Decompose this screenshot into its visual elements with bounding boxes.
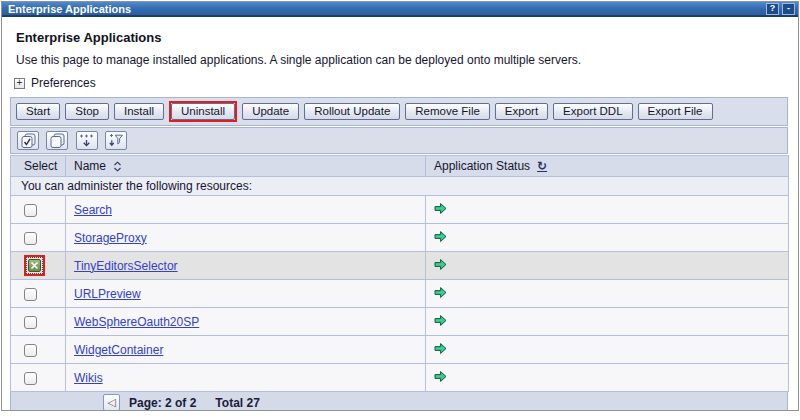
stop-button[interactable]: Stop (65, 103, 109, 120)
row-checkbox[interactable] (24, 288, 37, 301)
refresh-status-icon[interactable]: ↻ (537, 160, 547, 172)
application-link[interactable]: URLPreview (74, 287, 141, 301)
name-cell: URLPreview (66, 280, 426, 308)
status-cell (426, 280, 789, 308)
name-cell: StorageProxy (66, 224, 426, 252)
start-button[interactable]: Start (16, 103, 60, 120)
minimize-button[interactable]: - (782, 3, 795, 15)
status-cell (426, 364, 789, 392)
application-link[interactable]: StorageProxy (74, 231, 147, 245)
select-cell (11, 364, 66, 392)
select-cell (11, 252, 66, 280)
row-checkbox[interactable] (28, 259, 41, 272)
name-cell: Wikis (66, 364, 426, 392)
row-checkbox[interactable] (24, 204, 37, 217)
sort-icon[interactable] (113, 161, 122, 172)
name-cell: TinyEditorsSelector (66, 252, 426, 280)
preferences-label: Preferences (31, 76, 96, 90)
application-link[interactable]: WidgetContainer (74, 343, 163, 357)
row-checkbox[interactable] (24, 344, 37, 357)
update-button[interactable]: Update (242, 103, 299, 120)
highlight-annotation-box: Uninstall (169, 101, 237, 122)
status-started-icon (434, 314, 447, 327)
table-caption-row: You can administer the following resourc… (11, 177, 789, 196)
column-header-status-label: Application Status (434, 159, 530, 173)
status-cell (426, 196, 789, 224)
page-description: Use this page to manage installed applic… (16, 53, 798, 67)
column-header-select: Select (11, 156, 66, 177)
column-header-status: Application Status ↻ (426, 156, 789, 177)
status-started-icon (434, 370, 447, 383)
status-cell (426, 308, 789, 336)
application-link[interactable]: WebSphereOauth20SP (74, 315, 199, 329)
status-cell (426, 224, 789, 252)
table-row: TinyEditorsSelector (11, 252, 789, 280)
row-checkbox[interactable] (24, 372, 37, 385)
select-cell (11, 308, 66, 336)
export-ddl-button[interactable]: Export DDL (553, 103, 632, 120)
preferences-toggle[interactable]: + Preferences (14, 76, 798, 90)
table-row: StorageProxy (11, 224, 789, 252)
name-cell: WebSphereOauth20SP (66, 308, 426, 336)
page-title: Enterprise Applications (16, 30, 798, 45)
expand-icon[interactable]: + (14, 78, 25, 89)
previous-page-button[interactable]: ◁ (103, 394, 120, 411)
window-title: Enterprise Applications (8, 3, 131, 15)
table-row: URLPreview (11, 280, 789, 308)
total-count: Total 27 (215, 396, 259, 410)
select-cell (11, 196, 66, 224)
checkbox-focus-ring (26, 257, 43, 274)
status-cell (426, 252, 789, 280)
status-started-icon (434, 258, 447, 271)
status-started-icon (434, 342, 447, 355)
pagination-bar: ◁ Page: 2 of 2 Total 27 (10, 392, 788, 411)
deselect-all-glyph (49, 133, 66, 149)
application-link[interactable]: Search (74, 203, 112, 217)
row-checkbox[interactable] (24, 232, 37, 245)
apps-table-body: SearchStorageProxyTinyEditorsSelectorURL… (11, 196, 789, 392)
application-link[interactable]: TinyEditorsSelector (74, 259, 178, 273)
column-header-name: Name (66, 156, 426, 177)
deselect-all-icon[interactable] (46, 131, 68, 150)
page-indicator: Page: 2 of 2 (129, 396, 196, 410)
table-header-row: Select Name (11, 156, 789, 177)
hide-filter-icon[interactable] (105, 131, 127, 150)
enterprise-applications-window: Enterprise Applications ? - Enterprise A… (1, 1, 799, 411)
name-cell: Search (66, 196, 426, 224)
status-cell (426, 336, 789, 364)
page-content: Enterprise Applications Use this page to… (2, 17, 798, 411)
select-all-glyph (20, 133, 37, 149)
hide-filter-glyph (108, 133, 125, 149)
window-titlebar: Enterprise Applications ? - (2, 2, 798, 17)
install-button[interactable]: Install (114, 103, 164, 120)
table-row: Search (11, 196, 789, 224)
table-row: WidgetContainer (11, 336, 789, 364)
row-checkbox[interactable] (24, 316, 37, 329)
application-link[interactable]: Wikis (74, 371, 103, 385)
select-cell (11, 336, 66, 364)
show-filter-icon[interactable] (76, 131, 98, 150)
show-filter-glyph (78, 133, 95, 149)
icon-toolbar (10, 127, 788, 154)
status-started-icon (434, 230, 447, 243)
highlight-annotation-box (24, 255, 45, 276)
table-row: Wikis (11, 364, 789, 392)
uninstall-button[interactable]: Uninstall (171, 103, 235, 120)
status-started-icon (434, 202, 447, 215)
status-started-icon (434, 286, 447, 299)
table-caption: You can administer the following resourc… (11, 177, 789, 196)
export-button[interactable]: Export (495, 103, 548, 120)
action-toolbar: StartStopInstallUninstallUpdateRollout U… (10, 97, 788, 126)
select-all-icon[interactable] (17, 131, 39, 150)
select-cell (11, 280, 66, 308)
export-file-button[interactable]: Export File (638, 103, 713, 120)
rollout-update-button[interactable]: Rollout Update (304, 103, 400, 120)
name-cell: WidgetContainer (66, 336, 426, 364)
select-cell (11, 224, 66, 252)
applications-table: Select Name (10, 155, 789, 392)
column-header-name-label: Name (74, 159, 106, 173)
help-button[interactable]: ? (766, 3, 779, 15)
table-row: WebSphereOauth20SP (11, 308, 789, 336)
remove-file-button[interactable]: Remove File (405, 103, 490, 120)
